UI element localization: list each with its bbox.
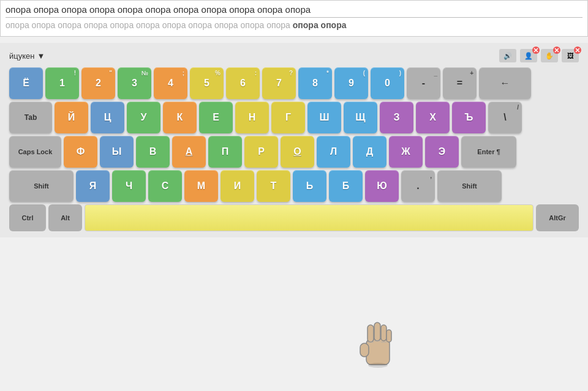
alt-left-key[interactable]: Alt <box>48 204 82 231</box>
person-badge <box>532 47 540 54</box>
key-a[interactable]: А <box>172 136 206 168</box>
key-v[interactable]: В <box>136 136 170 168</box>
key-t[interactable]: Т <box>257 170 290 202</box>
key-r[interactable]: Р <box>244 136 278 168</box>
image-icon: 🖼 <box>567 52 574 59</box>
key-ye[interactable]: Е <box>199 102 233 133</box>
key-s[interactable]: С <box>148 170 182 202</box>
key-i[interactable]: И <box>221 170 254 202</box>
text-line1: опора опора опора опора опора опора опор… <box>6 4 582 18</box>
svg-rect-3 <box>374 322 380 341</box>
svg-point-9 <box>368 363 388 368</box>
sound-icon-button[interactable]: 🔊 <box>499 49 516 62</box>
text-line2-bold1: опора <box>293 20 318 30</box>
key-1[interactable]: !1 <box>45 67 79 99</box>
keyboard-toolbar: йцукен ▼ 🔊 👤 ✋ 🖼 <box>9 49 579 62</box>
key-e[interactable]: Э <box>425 136 459 168</box>
space-key[interactable] <box>85 204 533 231</box>
number-row: Ё !1 "2 №3 ;4 %5 :6 ?7 *8 (9 )0 _- += ← <box>9 67 579 99</box>
text-line2: опора опора опора опора опора опора опор… <box>6 20 582 30</box>
keyboard-wrapper: йцукен ▼ 🔊 👤 ✋ 🖼 <box>0 43 588 237</box>
key-minus[interactable]: _- <box>407 67 440 99</box>
qwerty-row: Tab Й Ц У К Е Н Г Ш Щ З Х Ъ /\ <box>9 102 579 133</box>
hand-badge <box>553 47 560 54</box>
key-2[interactable]: "2 <box>81 67 115 99</box>
key-m[interactable]: М <box>184 170 218 202</box>
caps-lock-key[interactable]: Caps Lock <box>9 136 61 168</box>
key-6[interactable]: :6 <box>226 67 260 99</box>
key-g[interactable]: Г <box>271 102 305 133</box>
key-period[interactable]: ,. <box>401 170 435 202</box>
key-ch[interactable]: Ч <box>112 170 146 202</box>
shift-left-key[interactable]: Shift <box>9 170 74 202</box>
asdf-row: Caps Lock Ф Ы В А П Р О Л Д Ж Э Enter ¶ <box>9 136 579 168</box>
key-tvznak[interactable]: Ъ <box>452 102 486 133</box>
key-backslash[interactable]: /\ <box>488 102 522 133</box>
key-h[interactable]: Х <box>416 102 450 133</box>
enter-key[interactable]: Enter ¶ <box>461 136 516 168</box>
person-icon: 👤 <box>524 52 533 60</box>
svg-rect-0 <box>366 339 390 365</box>
key-5[interactable]: %5 <box>190 67 224 99</box>
key-z[interactable]: З <box>380 102 413 133</box>
key-4[interactable]: ;4 <box>154 67 187 99</box>
key-ya[interactable]: Я <box>76 170 110 202</box>
text-input-area[interactable]: опора опора опора опора опора опора опор… <box>0 0 588 37</box>
key-j[interactable]: Й <box>55 102 88 133</box>
svg-rect-5 <box>386 330 391 342</box>
space-row: Ctrl Alt AltGr <box>9 204 579 231</box>
key-9[interactable]: (9 <box>334 67 368 99</box>
svg-rect-2 <box>368 325 374 342</box>
image-icon-button[interactable]: 🖼 <box>562 49 579 62</box>
key-k[interactable]: К <box>163 102 197 133</box>
hand-icon-button[interactable]: ✋ <box>541 49 558 62</box>
svg-rect-4 <box>381 325 386 341</box>
hand-icon: ✋ <box>545 52 554 60</box>
key-ts[interactable]: Ц <box>91 102 124 133</box>
key-zh[interactable]: Ж <box>389 136 423 168</box>
key-o[interactable]: О <box>281 136 314 168</box>
key-n[interactable]: Н <box>235 102 269 133</box>
key-p[interactable]: П <box>208 136 242 168</box>
key-shch[interactable]: Щ <box>344 102 377 133</box>
key-7[interactable]: ?7 <box>262 67 296 99</box>
tab-key[interactable]: Tab <box>9 102 52 133</box>
image-badge <box>574 47 581 54</box>
dropdown-icon: ▼ <box>37 51 45 61</box>
text-line2-normal: опора опора опора опора опора опора опор… <box>6 20 293 30</box>
key-b[interactable]: Б <box>329 170 363 202</box>
ctrl-left-key[interactable]: Ctrl <box>9 204 46 231</box>
key-myagkiy[interactable]: Ь <box>293 170 326 202</box>
layout-selector[interactable]: йцукен ▼ <box>9 51 45 61</box>
key-sh[interactable]: Ш <box>307 102 341 133</box>
key-yu[interactable]: Ю <box>365 170 399 202</box>
key-f[interactable]: Ф <box>64 136 97 168</box>
person-icon-button[interactable]: 👤 <box>520 49 537 62</box>
sound-icon: 🔊 <box>503 52 512 60</box>
layout-label: йцукен <box>9 51 34 61</box>
key-yo[interactable]: Ё <box>9 67 43 99</box>
key-l[interactable]: Л <box>317 136 350 168</box>
toolbar-icons: 🔊 👤 ✋ 🖼 <box>499 49 579 62</box>
key-0[interactable]: )0 <box>371 67 404 99</box>
key-3[interactable]: №3 <box>118 67 151 99</box>
key-equals[interactable]: += <box>443 67 477 99</box>
hand-cursor-overlay <box>355 318 398 373</box>
key-d[interactable]: Д <box>353 136 386 168</box>
keyboard: Ё !1 "2 №3 ;4 %5 :6 ?7 *8 (9 )0 _- += ← … <box>9 67 579 231</box>
backspace-key[interactable]: ← <box>479 67 531 99</box>
altgr-key[interactable]: AltGr <box>536 204 579 231</box>
svg-rect-1 <box>360 343 369 357</box>
shift-right-key[interactable]: Shift <box>437 170 502 202</box>
zxcv-row: Shift Я Ч С М И Т Ь Б Ю ,. Shift <box>9 170 579 202</box>
key-y[interactable]: Ы <box>100 136 134 168</box>
key-8[interactable]: *8 <box>298 67 332 99</box>
key-u[interactable]: У <box>127 102 160 133</box>
text-line2-bold2: опора <box>321 20 347 30</box>
